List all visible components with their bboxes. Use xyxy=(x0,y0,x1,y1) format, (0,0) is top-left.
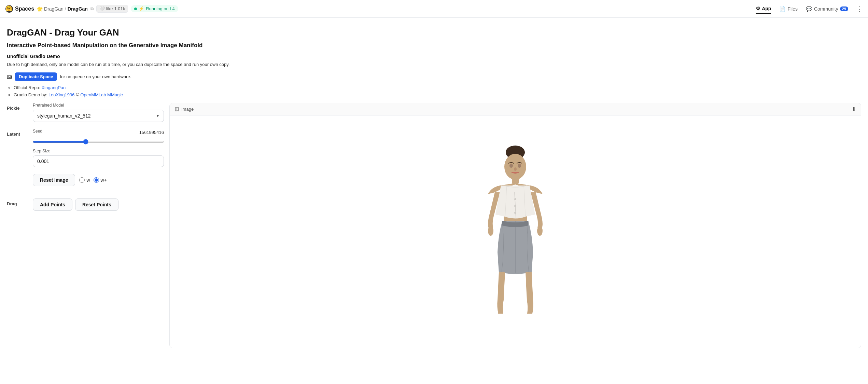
seed-value: 1561995416 xyxy=(139,130,164,135)
page-subtitle: Interactive Point-based Manipulation on … xyxy=(7,42,861,49)
nav-right: ⚙ App 📄 Files 💬 Community 29 ⋮ xyxy=(756,4,863,14)
files-icon: 📄 xyxy=(779,6,786,12)
latent-section: Latent Seed 1561995416 Step Size xyxy=(7,129,164,167)
step-size-input[interactable] xyxy=(33,155,164,167)
pretrained-model-label: Pretrained Model xyxy=(33,103,164,108)
latent-content: Seed 1561995416 Step Size xyxy=(33,129,164,167)
community-icon: 💬 xyxy=(806,6,812,12)
breadcrumb-icon: 🌟 xyxy=(37,6,43,12)
pretrained-model-select[interactable]: stylegan_human_v2_512 stylegan_human_v1_… xyxy=(33,110,164,122)
image-label: 🖼 Image xyxy=(174,107,194,112)
like-button[interactable]: 🤍 like 1.01k xyxy=(96,5,128,13)
xingang-pan-link[interactable]: XingangPan xyxy=(41,85,66,90)
reset-spacer xyxy=(7,174,27,177)
community-tab[interactable]: 💬 Community 29 xyxy=(806,4,848,13)
breadcrumb-sep: / xyxy=(65,6,66,12)
app-tab[interactable]: ⚙ App xyxy=(756,4,771,14)
leoxing-link[interactable]: LeoXing1996 xyxy=(48,92,75,97)
duplicate-row: 🖂 Duplicate Space for no queue on your o… xyxy=(7,72,861,81)
like-count: 1.01k xyxy=(114,6,125,11)
like-label: like xyxy=(106,6,113,11)
running-label: Running on L4 xyxy=(146,6,175,11)
reset-points-button[interactable]: Reset Points xyxy=(75,198,118,211)
heart-icon: 🤍 xyxy=(99,6,105,11)
running-dot xyxy=(134,8,137,10)
image-icon: 🖼 xyxy=(174,107,179,112)
model-select-wrapper: stylegan_human_v2_512 stylegan_human_v1_… xyxy=(33,110,164,122)
radio-wplus-label: w+ xyxy=(101,177,107,183)
demand-note: Due to high demand, only one model can b… xyxy=(7,62,861,67)
community-count: 29 xyxy=(840,6,848,11)
app-icon: ⚙ xyxy=(756,5,760,12)
drag-content: Add Points Reset Points xyxy=(33,198,164,211)
controls-panel: Pickle Pretrained Model stylegan_human_v… xyxy=(7,103,164,348)
svg-point-13 xyxy=(514,198,516,200)
files-tab-label: Files xyxy=(787,6,798,12)
pickle-label: Pickle xyxy=(7,103,27,111)
files-tab[interactable]: 📄 Files xyxy=(779,4,798,13)
running-badge: ⚡ Running on L4 xyxy=(131,5,178,12)
svg-point-8 xyxy=(488,226,493,236)
drag-buttons-row: Add Points Reset Points xyxy=(33,198,164,211)
duplicate-icon: 🖂 xyxy=(7,74,12,80)
unofficial-label: Unofficial Gradio Demo xyxy=(7,54,861,59)
add-points-button[interactable]: Add Points xyxy=(33,198,72,211)
breadcrumb-parent[interactable]: DragGan xyxy=(44,6,64,12)
spaces-label: Spaces xyxy=(15,6,34,12)
radio-wplus-item[interactable]: w+ xyxy=(94,177,107,183)
spaces-logo[interactable]: 🤗 Spaces xyxy=(5,5,34,13)
community-tab-label: Community xyxy=(814,6,838,12)
reset-image-button[interactable]: Reset Image xyxy=(33,174,75,186)
latent-label: Latent xyxy=(7,129,27,137)
image-panel-header: 🖼 Image ⬇ xyxy=(170,103,861,115)
image-panel: 🖼 Image ⬇ xyxy=(169,103,861,348)
openmmlab-link[interactable]: OpenMMLab MMagic xyxy=(80,92,123,97)
image-label-text: Image xyxy=(181,107,194,112)
svg-point-7 xyxy=(514,167,517,171)
reset-image-section: Reset Image w w+ xyxy=(7,174,164,192)
pickle-section: Pickle Pretrained Model stylegan_human_v… xyxy=(7,103,164,122)
image-area[interactable] xyxy=(170,115,861,348)
seed-label: Seed xyxy=(33,129,42,134)
radio-w[interactable] xyxy=(79,177,85,183)
step-size-label: Step Size xyxy=(33,149,164,153)
breadcrumb-current: DragGan xyxy=(68,6,88,12)
workspace: Pickle Pretrained Model stylegan_human_v… xyxy=(7,103,861,348)
seed-slider-container xyxy=(33,138,164,144)
svg-point-6 xyxy=(518,164,521,168)
copy-icon[interactable]: ⧉ xyxy=(90,6,94,12)
info-list: Official Repo: XingangPan Gradio Demo by… xyxy=(14,85,861,97)
more-button[interactable]: ⋮ xyxy=(856,5,863,13)
duplicate-space-button[interactable]: Duplicate Space xyxy=(15,72,57,81)
svg-point-15 xyxy=(514,212,516,214)
app-tab-label: App xyxy=(762,6,771,11)
spaces-logo-icon: 🤗 xyxy=(5,5,13,13)
pickle-content: Pretrained Model stylegan_human_v2_512 s… xyxy=(33,103,164,122)
action-row: Reset Image w w+ xyxy=(33,174,164,186)
radio-w-label: w xyxy=(86,177,90,183)
page-title: DragGAN - Drag Your GAN xyxy=(7,27,861,38)
svg-point-9 xyxy=(537,226,543,236)
no-queue-text: for no queue on your own hardware. xyxy=(60,74,131,79)
model-image xyxy=(464,129,566,334)
download-button[interactable]: ⬇ xyxy=(852,106,856,112)
svg-point-5 xyxy=(509,164,513,168)
drag-label: Drag xyxy=(7,198,27,206)
drag-section: Drag Add Points Reset Points xyxy=(7,198,164,211)
bolt-icon: ⚡ xyxy=(139,6,144,11)
radio-w-item[interactable]: w xyxy=(79,177,90,183)
main-content: DragGAN - Drag Your GAN Interactive Poin… xyxy=(0,18,868,355)
top-navigation: 🤗 Spaces 🌟 DragGan / DragGan ⧉ 🤍 like 1.… xyxy=(0,0,868,18)
list-item-repo: Official Repo: XingangPan xyxy=(14,85,861,90)
list-item-demo: Gradio Demo by: LeoXing1996 © OpenMMLab … xyxy=(14,92,861,97)
nav-left: 🤗 Spaces 🌟 DragGan / DragGan ⧉ 🤍 like 1.… xyxy=(5,5,178,13)
seed-row: Seed 1561995416 xyxy=(33,129,164,136)
radio-wplus[interactable] xyxy=(94,177,99,183)
svg-point-14 xyxy=(514,205,516,207)
radio-group: w w+ xyxy=(79,177,107,183)
svg-point-4 xyxy=(504,154,526,180)
seed-slider[interactable] xyxy=(33,141,164,143)
reset-content: Reset Image w w+ xyxy=(33,174,164,192)
breadcrumb: 🌟 DragGan / DragGan xyxy=(37,6,88,12)
